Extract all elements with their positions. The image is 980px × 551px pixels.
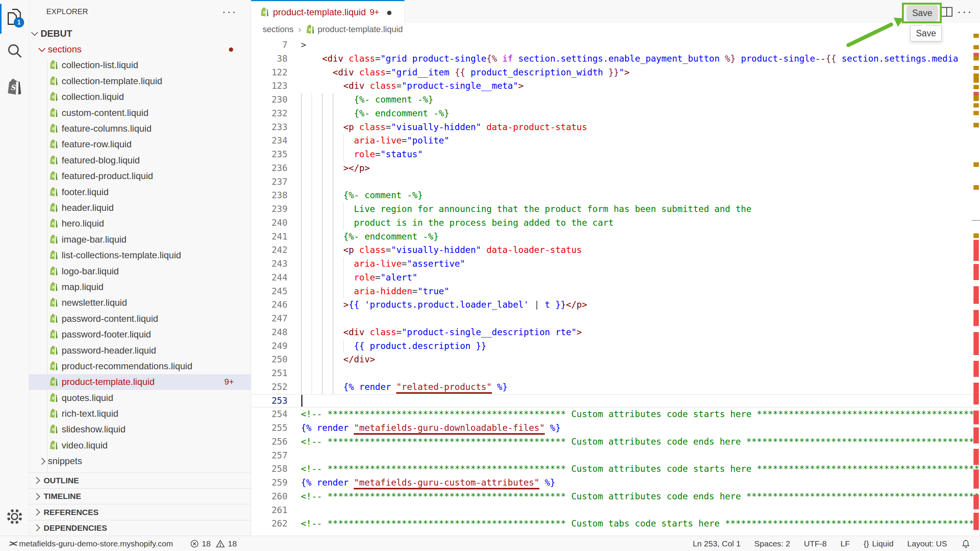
fold-gutter[interactable] — [287, 339, 301, 353]
file-row[interactable]: S custom-content.liquid — [29, 105, 251, 121]
line-number[interactable]: 245 — [251, 285, 287, 298]
fold-gutter[interactable] — [287, 462, 301, 476]
code-line[interactable]: 243 aria-live="assertive" — [251, 257, 980, 271]
fold-gutter[interactable] — [287, 202, 301, 216]
indentation-setting[interactable]: Spaces: 2 — [755, 539, 790, 548]
line-number[interactable]: 233 — [251, 121, 287, 134]
code-line[interactable]: 235 role="status" — [251, 148, 980, 161]
line-number[interactable]: 261 — [251, 504, 287, 517]
line-number[interactable]: 262 — [251, 517, 287, 531]
code-editor[interactable]: 7>38 <div class="grid product-single{% i… — [251, 36, 980, 536]
tab-dirty-indicator[interactable]: ● — [386, 10, 392, 14]
encoding-setting[interactable]: UTF-8 — [804, 539, 827, 548]
file-row[interactable]: S password-footer.liquid — [29, 326, 251, 342]
fold-gutter[interactable] — [287, 38, 301, 52]
line-number[interactable]: 123 — [251, 79, 287, 93]
sidebar-panel-dependencies[interactable]: DEPENDENCIES — [29, 520, 251, 536]
line-number[interactable]: 38 — [251, 52, 287, 66]
file-row[interactable]: S hero.liquid — [29, 216, 251, 231]
cursor-position[interactable]: Ln 253, Col 1 — [693, 539, 741, 548]
code-line[interactable]: 239 Live region for announcing that the … — [251, 202, 980, 216]
fold-gutter[interactable] — [287, 408, 301, 421]
code-line[interactable]: 230 {%- comment -%} — [251, 93, 980, 107]
fold-gutter[interactable] — [287, 285, 301, 298]
sidebar-panel-outline[interactable]: OUTLINE — [29, 473, 251, 488]
code-line[interactable]: 252 {% render "related-products" %} — [251, 380, 980, 394]
language-mode[interactable]: {} Liquid — [864, 539, 893, 548]
save-button[interactable]: Save — [906, 5, 938, 21]
file-row[interactable]: S feature-columns.liquid — [29, 121, 251, 136]
fold-gutter[interactable] — [287, 312, 301, 326]
line-number[interactable]: 249 — [251, 339, 287, 353]
line-number[interactable]: 247 — [251, 312, 287, 326]
file-row[interactable]: S featured-product.liquid — [29, 168, 251, 184]
code-line[interactable]: 253 — [251, 394, 980, 408]
fold-gutter[interactable] — [287, 93, 301, 107]
line-number[interactable]: 244 — [251, 271, 287, 285]
code-line[interactable]: 255{% render "metafields-guru-downloadab… — [251, 421, 980, 435]
line-number[interactable]: 255 — [251, 421, 287, 435]
fold-gutter[interactable] — [287, 189, 301, 202]
code-line[interactable]: 254<!-- ********************************… — [251, 408, 980, 421]
file-row[interactable]: S collection-template.liquid — [29, 73, 251, 89]
fold-gutter[interactable] — [287, 66, 301, 80]
file-row[interactable]: S slideshow.liquid — [29, 422, 251, 437]
search-view-button[interactable] — [0, 35, 29, 67]
line-number[interactable]: 230 — [251, 93, 287, 107]
remote-indicator[interactable]: >< metafields-guru-demo-store.myshopify.… — [9, 539, 173, 549]
file-row[interactable]: S rich-text.liquid — [29, 406, 251, 421]
fold-gutter[interactable] — [287, 216, 301, 230]
settings-button[interactable] — [0, 500, 29, 533]
file-row[interactable]: S feature-row.liquid — [29, 137, 251, 152]
split-editor-button[interactable] — [940, 6, 953, 18]
file-row[interactable]: S newsletter.liquid — [29, 295, 251, 311]
fold-gutter[interactable] — [287, 271, 301, 285]
code-line[interactable]: 240 product is in the process being adde… — [251, 216, 980, 230]
code-line[interactable]: 122 <div class="grid__item {{ product_de… — [251, 66, 980, 80]
line-number[interactable]: 248 — [251, 326, 287, 339]
tab-product-template[interactable]: S product-template.liquid 9+ ● — [251, 0, 405, 23]
file-row[interactable]: S header.liquid — [29, 200, 251, 215]
code-line[interactable]: 249 {{ product.description }} — [251, 339, 980, 353]
code-line[interactable]: 257 — [251, 449, 980, 463]
file-row[interactable]: S quotes.liquid — [29, 390, 251, 406]
bell-icon[interactable] — [961, 538, 971, 549]
problems-indicator[interactable]: 18 18 — [190, 539, 237, 548]
line-number[interactable]: 243 — [251, 257, 287, 271]
fold-gutter[interactable] — [287, 353, 301, 367]
code-line[interactable]: 245 aria-hidden="true" — [251, 285, 980, 298]
folder-row-snippets[interactable]: snippets — [29, 453, 251, 469]
fold-gutter[interactable] — [287, 421, 301, 435]
code-line[interactable]: 250 </div> — [251, 353, 980, 367]
fold-gutter[interactable] — [287, 148, 301, 161]
file-row[interactable]: S logo-bar.liquid — [29, 263, 251, 279]
code-line[interactable]: 262<!-- ********************************… — [251, 517, 980, 531]
sidebar-panel-timeline[interactable]: TIMELINE — [29, 488, 251, 504]
code-line[interactable]: 256<!-- ********************************… — [251, 435, 980, 449]
file-row[interactable]: S collection-list.liquid — [29, 57, 251, 73]
fold-gutter[interactable] — [287, 490, 301, 504]
code-line[interactable]: 234 aria-live="polite" — [251, 134, 980, 148]
fold-gutter[interactable] — [287, 52, 301, 66]
fold-gutter[interactable] — [287, 517, 301, 531]
fold-gutter[interactable] — [287, 79, 301, 93]
overview-ruler[interactable] — [972, 23, 980, 536]
fold-gutter[interactable] — [287, 161, 301, 175]
line-number[interactable]: 238 — [251, 189, 287, 202]
file-row[interactable]: S map.liquid — [29, 279, 251, 295]
code-line[interactable]: 248 <div class="product-single__descript… — [251, 326, 980, 339]
line-number[interactable]: 239 — [251, 202, 287, 216]
line-number[interactable]: 242 — [251, 243, 287, 257]
fold-gutter[interactable] — [287, 175, 301, 189]
fold-gutter[interactable] — [287, 380, 301, 394]
line-number[interactable]: 240 — [251, 216, 287, 230]
fold-gutter[interactable] — [287, 134, 301, 148]
fold-gutter[interactable] — [287, 107, 301, 121]
line-number[interactable]: 258 — [251, 462, 287, 476]
code-line[interactable]: 258<!-- ********************************… — [251, 462, 980, 476]
code-line[interactable]: 259{% render "metafields-guru-custom-att… — [251, 476, 980, 490]
file-row[interactable]: S collection.liquid — [29, 89, 251, 105]
code-line[interactable]: 237 — [251, 175, 980, 189]
breadcrumb-file[interactable]: product-template.liquid — [318, 24, 403, 34]
editor-more-actions-icon[interactable]: ··· — [957, 5, 973, 19]
